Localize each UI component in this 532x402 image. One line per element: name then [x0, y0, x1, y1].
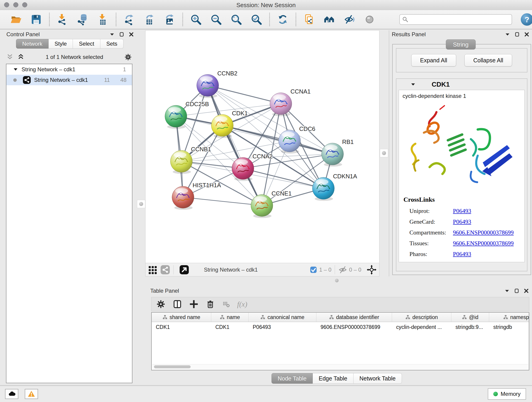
- help-button[interactable]: ?: [521, 13, 532, 26]
- save-session-button[interactable]: [26, 12, 46, 27]
- scrollbar-thumb[interactable]: [154, 365, 191, 368]
- memory-button[interactable]: Memory: [488, 388, 526, 400]
- column-header-namespac[interactable]: namespac: [489, 313, 529, 322]
- network-list: String Network – cdk1 1 String Network –…: [6, 64, 133, 383]
- node-HIST1H1A[interactable]: HIST1H1A: [172, 182, 221, 210]
- zoom-in-button[interactable]: [186, 12, 206, 27]
- right-splitter-handle[interactable]: [380, 149, 388, 157]
- horizontal-splitter-handle[interactable]: [335, 279, 339, 282]
- node-label: CDK1: [232, 110, 248, 116]
- edge-CDK1-RB1[interactable]: [222, 125, 332, 154]
- gear-icon[interactable]: [124, 53, 132, 61]
- node-CDK1[interactable]: CDK1: [211, 110, 248, 138]
- string-badge-icon[interactable]: [160, 265, 170, 275]
- node-RB1[interactable]: RB1: [322, 139, 354, 167]
- table-row[interactable]: CDK1CDK1P064939606.ENSP00000378699cyclin…: [152, 322, 529, 332]
- node-CDC6[interactable]: CDC6: [279, 126, 315, 153]
- control-panel: Control Panel NetworkStyleSelectSets 1 o…: [2, 30, 136, 383]
- column-header-database-identifier[interactable]: database identifier: [317, 313, 392, 322]
- open-in-new-icon[interactable]: [179, 265, 189, 275]
- tab-node-table[interactable]: Node Table: [272, 373, 313, 384]
- node-label: HIST1H1A: [193, 182, 221, 188]
- delete-column-trash-icon[interactable]: [206, 299, 215, 309]
- refresh-icon: [277, 13, 289, 26]
- edge-CCNB2-CCNA1[interactable]: [208, 85, 281, 104]
- zoom-selected-button[interactable]: [246, 12, 266, 27]
- table-settings-gear-icon[interactable]: [156, 299, 166, 309]
- show-columns-icon[interactable]: [172, 299, 182, 309]
- column-header-description[interactable]: description: [392, 313, 451, 322]
- home-button[interactable]: [319, 12, 339, 27]
- zoom-fit-button[interactable]: [226, 12, 246, 27]
- search-input[interactable]: [399, 14, 512, 25]
- network-collection-row[interactable]: String Network – cdk1 1: [6, 64, 132, 75]
- column-header-shared-name[interactable]: shared name: [152, 313, 211, 322]
- delete-table-icon[interactable]: [222, 300, 230, 308]
- import-network-database-button[interactable]: [73, 12, 93, 27]
- tab-select[interactable]: Select: [73, 39, 100, 49]
- close-panel-icon[interactable]: [524, 288, 529, 293]
- tab-style[interactable]: Style: [49, 39, 73, 49]
- collapse-all-icon[interactable]: [6, 53, 14, 61]
- toolbar-separator: [269, 13, 270, 26]
- open-folder-icon: [10, 13, 22, 26]
- close-panel-icon[interactable]: [129, 32, 134, 37]
- tab-string[interactable]: String: [446, 39, 476, 50]
- column-header-@id[interactable]: @id: [451, 313, 489, 322]
- node-CCNA1[interactable]: CCNA1: [270, 88, 311, 116]
- crosslink-link[interactable]: P06493: [453, 208, 471, 215]
- export-network-button[interactable]: [119, 12, 139, 27]
- birds-eye-view-icon[interactable]: [148, 265, 158, 275]
- crosslink-link[interactable]: 9606.ENSP00000378699: [453, 240, 514, 247]
- import-network-file-button[interactable]: [52, 12, 73, 27]
- close-panel-icon[interactable]: [524, 32, 529, 37]
- left-splitter-handle[interactable]: [137, 200, 145, 208]
- memory-label: Memory: [500, 391, 520, 397]
- expand-collapse-box: Expand All Collapse All: [396, 48, 527, 72]
- horizontal-scrollbar[interactable]: [152, 364, 528, 370]
- hide-graphics-details-button[interactable]: [339, 12, 360, 27]
- network-view-canvas[interactable]: CCNB2CCNA1CDC25BCDK1CDC6RB1CCNB1CCNA2CDK…: [145, 30, 380, 263]
- cloud-button[interactable]: [5, 389, 18, 399]
- import-table-button[interactable]: [93, 12, 113, 27]
- expand-all-icon[interactable]: [17, 53, 25, 61]
- clone-network-button[interactable]: [299, 12, 319, 27]
- float-panel-icon[interactable]: [119, 32, 124, 37]
- crosslink-link[interactable]: P06493: [453, 218, 471, 225]
- export-image-button[interactable]: [159, 12, 180, 27]
- collapse-panel-icon[interactable]: [505, 288, 510, 293]
- zoom-out-button[interactable]: [206, 12, 226, 27]
- function-builder-icon[interactable]: f(x): [237, 300, 247, 308]
- network-row-selected[interactable]: String Network – cdk1 11 48: [6, 75, 132, 85]
- collapse-all-button[interactable]: Collapse All: [464, 54, 512, 66]
- tab-network[interactable]: Network: [16, 39, 49, 49]
- tab-network-table[interactable]: Network Table: [354, 373, 402, 384]
- float-panel-icon[interactable]: [514, 288, 519, 293]
- node-label: CDKN1A: [333, 173, 357, 179]
- collapse-section-icon[interactable]: [411, 82, 416, 87]
- warnings-button[interactable]: [25, 389, 38, 399]
- crosslink-link[interactable]: P06493: [453, 251, 471, 258]
- open-session-button[interactable]: [6, 12, 26, 27]
- fit-content-crosshair-icon[interactable]: [366, 264, 377, 275]
- tab-edge-table[interactable]: Edge Table: [313, 373, 354, 384]
- float-panel-icon[interactable]: [515, 32, 520, 37]
- expand-all-button[interactable]: Expand All: [411, 54, 456, 66]
- export-table-button[interactable]: [139, 12, 159, 27]
- selected-checkbox-icon[interactable]: [310, 266, 317, 273]
- presentation-button[interactable]: [360, 12, 380, 27]
- network-bullet-icon: [13, 78, 17, 82]
- collapse-panel-icon[interactable]: [109, 32, 114, 37]
- tree-expand-icon[interactable]: [13, 67, 18, 72]
- refresh-button[interactable]: [273, 12, 293, 27]
- node-CDKN1A[interactable]: CDKN1A: [312, 173, 357, 201]
- crosslink-link[interactable]: 9606.ENSP00000378699: [453, 229, 514, 236]
- tab-sets[interactable]: Sets: [100, 39, 123, 49]
- collapse-panel-icon[interactable]: [505, 32, 510, 37]
- column-header-canonical-name[interactable]: canonical name: [249, 313, 317, 322]
- node-CCNB1[interactable]: CCNB1: [171, 146, 211, 174]
- import-table-icon: [97, 13, 109, 26]
- create-column-plus-icon[interactable]: [189, 299, 199, 309]
- column-header-name[interactable]: name: [211, 313, 249, 322]
- column-label: name: [227, 314, 240, 320]
